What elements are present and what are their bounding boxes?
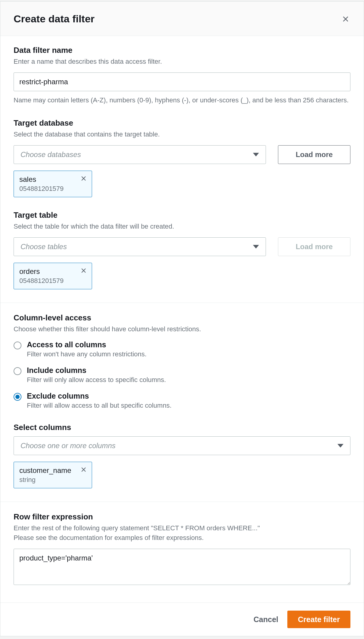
modal-title: Create data filter — [14, 13, 94, 25]
selected-database-chip: sales 054881201579 — [14, 171, 92, 197]
section-row-filter: Row filter expression Enter the rest of … — [14, 512, 350, 586]
create-data-filter-modal: Create data filter Data filter name Ente… — [0, 1, 364, 636]
selected-database-account: 054881201579 — [19, 185, 64, 193]
section-column-access: Column-level access Choose whether this … — [14, 313, 350, 410]
row-filter-hint-2: Please see the documentation for example… — [14, 533, 350, 543]
target-database-select[interactable]: Choose databases — [14, 145, 266, 164]
column-access-radio-group: Access to all columns Filter won't have … — [14, 340, 350, 409]
filter-name-label: Data filter name — [14, 46, 350, 55]
modal-footer: Cancel Create filter — [0, 602, 364, 636]
remove-column-icon[interactable] — [80, 466, 87, 473]
divider — [0, 303, 364, 303]
radio-desc: Filter will allow access to all but spec… — [27, 402, 171, 409]
selected-column-name: customer_name — [19, 466, 71, 475]
row-filter-hint-1: Enter the rest of the following query st… — [14, 523, 350, 533]
select-columns-select[interactable]: Choose one or more columns — [14, 436, 350, 455]
radio-label: Exclude columns — [27, 392, 171, 400]
selected-table-chip: orders 054881201579 — [14, 263, 92, 289]
filter-name-input[interactable] — [14, 72, 350, 91]
section-select-columns: Select columns Choose one or more column… — [14, 423, 350, 488]
load-more-tables-button: Load more — [278, 237, 350, 256]
remove-database-icon[interactable] — [80, 175, 87, 182]
create-filter-button[interactable]: Create filter — [287, 611, 350, 628]
modal-body: Data filter name Enter a name that descr… — [0, 36, 364, 602]
radio-exclude-columns[interactable]: Exclude columns Filter will allow access… — [14, 392, 350, 409]
section-filter-name: Data filter name Enter a name that descr… — [14, 46, 350, 105]
target-table-select[interactable]: Choose tables — [14, 237, 266, 256]
selected-column-chip: customer_name string — [14, 462, 92, 488]
radio-label: Access to all columns — [27, 340, 147, 349]
filter-name-hint: Enter a name that describes this data ac… — [14, 57, 350, 66]
radio-access-all-columns[interactable]: Access to all columns Filter won't have … — [14, 340, 350, 358]
radio-desc: Filter will only allow access to specifi… — [27, 376, 166, 384]
target-table-hint: Select the table for which the data filt… — [14, 222, 350, 231]
selected-column-type: string — [19, 476, 71, 484]
selected-table-account: 054881201579 — [19, 277, 64, 285]
target-table-placeholder: Choose tables — [21, 242, 67, 251]
modal-header: Create data filter — [0, 2, 364, 36]
chevron-down-icon — [253, 153, 259, 156]
selected-table-name: orders — [19, 267, 64, 276]
row-filter-label: Row filter expression — [14, 512, 350, 522]
radio-icon — [14, 342, 21, 349]
selected-database-name: sales — [19, 175, 64, 184]
column-access-hint: Choose whether this filter should have c… — [14, 324, 350, 334]
target-table-label: Target table — [14, 210, 350, 220]
remove-table-icon[interactable] — [80, 267, 87, 274]
radio-icon-selected — [14, 393, 21, 401]
radio-icon — [14, 367, 21, 375]
section-target-database: Target database Select the database that… — [14, 118, 350, 197]
target-database-placeholder: Choose databases — [21, 150, 81, 159]
filter-name-constraint: Name may contain letters (A-Z), numbers … — [14, 95, 350, 105]
target-database-label: Target database — [14, 118, 350, 128]
divider — [0, 502, 364, 502]
row-filter-textarea[interactable] — [14, 549, 350, 585]
select-columns-label: Select columns — [14, 423, 350, 432]
select-columns-placeholder: Choose one or more columns — [21, 442, 116, 450]
chevron-down-icon — [337, 444, 343, 448]
radio-label: Include columns — [27, 366, 166, 375]
close-icon[interactable] — [341, 14, 350, 24]
column-access-label: Column-level access — [14, 313, 350, 323]
radio-desc: Filter won't have any column restriction… — [27, 350, 147, 358]
load-more-databases-button[interactable]: Load more — [278, 145, 350, 164]
cancel-button[interactable]: Cancel — [254, 615, 278, 624]
radio-include-columns[interactable]: Include columns Filter will only allow a… — [14, 366, 350, 384]
target-database-hint: Select the database that contains the ta… — [14, 130, 350, 139]
chevron-down-icon — [253, 245, 259, 249]
section-target-table: Target table Select the table for which … — [14, 210, 350, 289]
